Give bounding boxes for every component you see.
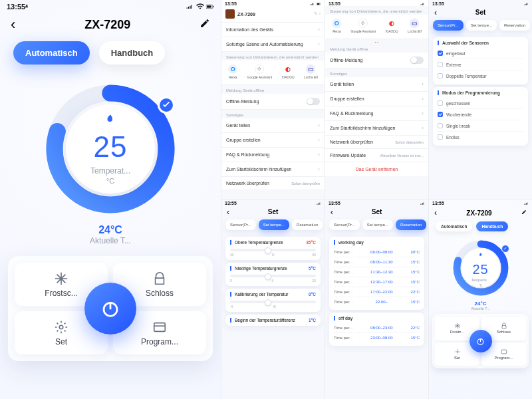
edit-icon[interactable] xyxy=(200,18,210,31)
svg-point-5 xyxy=(59,325,63,329)
row-faq[interactable]: FAQ & Rückmeldung› xyxy=(221,148,325,162)
row-home[interactable]: Zum Startbildschirm hinzufügen› xyxy=(221,162,325,177)
opt-weekend[interactable]: Wochenende xyxy=(438,108,523,120)
temp-unit: °C xyxy=(106,177,114,185)
schedule-row[interactable]: Time per...08:00~23:0022°C xyxy=(334,323,420,332)
current-temp: 24°C xyxy=(0,224,221,236)
current-temp-label: Aktuelle T... xyxy=(0,236,221,245)
schedule-row[interactable]: Time per...23:00~08:0015°C xyxy=(334,332,420,342)
partner-alexa[interactable]: OAlexa xyxy=(228,65,237,79)
calibration-card[interactable]: Kalibrierung der Temperatur0°C -9III xyxy=(225,289,321,312)
tab-set-temp[interactable]: Set tempe... xyxy=(259,219,289,230)
partner-lucha[interactable]: ▭Lucha Elf xyxy=(304,65,318,79)
temperature-dial[interactable]: 25 Temperat... °C xyxy=(41,79,180,219)
set-temperature: 25 xyxy=(94,130,128,164)
opt-double[interactable]: Doppelte Temperatur xyxy=(438,70,523,81)
row-scene[interactable]: Sofortige Szene und Automatisierung› xyxy=(221,37,325,52)
schedule-row[interactable]: Time per...11:30~12:3015°C xyxy=(334,267,420,277)
lower-limit-card[interactable]: Niedrige Temperaturgrenze5°C 5III20 xyxy=(225,263,321,286)
tab-sensor[interactable]: Sensor(Pr... xyxy=(225,219,256,230)
page-title: ZX-7209 xyxy=(84,18,130,32)
back-button[interactable]: ‹ xyxy=(227,207,229,217)
upper-limit-card[interactable]: Obere Temperaturgrenze35°C 30III55 xyxy=(225,237,321,260)
offline-toggle[interactable] xyxy=(307,98,320,105)
opt-external[interactable]: Externe xyxy=(438,59,523,70)
opt-closed[interactable]: geschlossen xyxy=(438,98,523,108)
diff-card[interactable]: Beginn der Temperaturdifferenz1°C xyxy=(225,315,321,326)
upper-slider[interactable] xyxy=(230,249,316,251)
clock: 13:55 xyxy=(225,1,237,6)
opt-builtin[interactable]: eingebaut xyxy=(438,48,523,59)
schedule-row[interactable]: Time per...17:00~22:0022°C xyxy=(334,287,420,297)
opt-endless[interactable]: Endlos xyxy=(438,131,523,142)
tab-reservation[interactable]: Reservation xyxy=(292,219,323,230)
opt-single[interactable]: Single break xyxy=(438,120,523,131)
back-button[interactable]: ‹ xyxy=(11,16,15,33)
clock: 13:55⁴ xyxy=(7,3,28,11)
mode-manual-button[interactable]: Handbuch xyxy=(99,41,166,65)
cal-slider[interactable] xyxy=(230,301,316,303)
schedule-row[interactable]: Time per...08:00~11:3015°C xyxy=(334,257,420,267)
row-group[interactable]: Gruppe erstellen› xyxy=(221,133,325,148)
flame-icon xyxy=(104,113,116,129)
schedule-row[interactable]: Time per...06:00~08:0020°C xyxy=(334,247,420,257)
row-share[interactable]: Gerät teilen› xyxy=(221,118,325,133)
svg-rect-6 xyxy=(154,323,166,331)
svg-rect-9 xyxy=(317,3,320,5)
device-header[interactable]: ZX-7209✎ › xyxy=(221,6,325,23)
status-icons xyxy=(186,3,214,10)
power-button[interactable] xyxy=(84,283,136,334)
schedule-row[interactable]: Time per...12:30~17:0015°C xyxy=(334,277,420,287)
row-device-info[interactable]: Information des Geräts› xyxy=(221,23,325,37)
svg-rect-13 xyxy=(501,350,507,354)
svg-rect-2 xyxy=(213,6,213,7)
mode-auto-button[interactable]: Automatisch xyxy=(13,41,90,65)
remove-device-button[interactable]: Das Gerät entfernen xyxy=(325,162,428,176)
row-offline[interactable]: Offline-Meldung xyxy=(221,94,325,110)
schedule-row[interactable]: Time per...22:00~15°C xyxy=(334,297,420,307)
row-network[interactable]: Netzwerk überprüfenSofort überprüfen xyxy=(221,177,325,190)
partner-google[interactable]: ⁘Google Assistant xyxy=(247,65,273,79)
lower-slider[interactable] xyxy=(230,275,316,277)
svg-rect-1 xyxy=(207,5,211,7)
check-icon xyxy=(158,96,175,114)
svg-point-12 xyxy=(456,351,458,353)
device-image xyxy=(225,9,235,19)
partner-xiaodu[interactable]: ◐XIAODU xyxy=(281,65,294,79)
temp-label: Temperat... xyxy=(90,166,130,176)
